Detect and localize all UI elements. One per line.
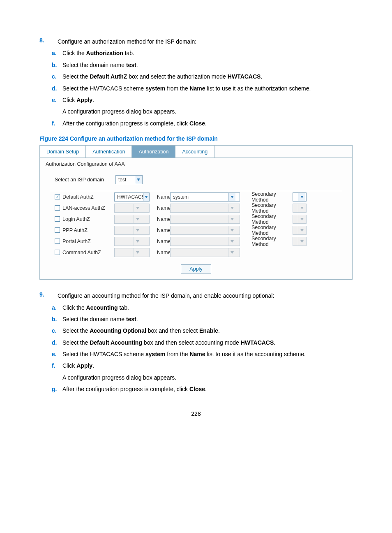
substep-letter: e.	[52, 350, 62, 359]
row-label: PPP AuthZ	[62, 227, 88, 233]
domain-select[interactable]: test	[115, 175, 143, 184]
substep-letter: c.	[52, 326, 62, 335]
substep-text: After the configuration progress is comp…	[62, 385, 351, 394]
step-note: A configuration progress dialog box appe…	[62, 107, 351, 116]
substep-letter: d.	[52, 338, 62, 347]
substep-text: Click Apply.	[62, 95, 351, 104]
name-label: Name	[150, 227, 170, 233]
substep-text: Select the domain name test.	[62, 315, 351, 324]
substep-letter: g.	[52, 385, 62, 394]
chevron-down-icon	[298, 215, 305, 223]
secondary-select	[293, 237, 307, 246]
name-select[interactable]: system	[170, 192, 240, 202]
chevron-down-icon	[135, 176, 142, 184]
chevron-down-icon	[134, 215, 141, 223]
tab-authentication[interactable]: Authentication	[86, 146, 132, 158]
substep-letter: b.	[52, 60, 62, 70]
name-select	[170, 237, 240, 246]
config-row: Default AuthZHWTACACSNamesystemSecondary…	[50, 191, 342, 202]
substep-text: Select the HWTACACS scheme system from t…	[62, 84, 351, 93]
method-select	[114, 204, 150, 213]
config-row: Command AuthZName	[50, 247, 342, 258]
substep-text: Select the domain name test.	[62, 60, 351, 70]
secondary-label: Secondary Method	[240, 213, 293, 225]
substep-letter: e.	[52, 95, 62, 104]
chevron-down-icon	[228, 237, 235, 246]
chevron-down-icon	[134, 237, 141, 246]
name-label: Name	[150, 216, 170, 222]
checkbox[interactable]	[55, 227, 60, 233]
tab-authorization[interactable]: Authorization	[132, 146, 175, 158]
method-value: HWTACACS	[115, 194, 143, 200]
name-select	[170, 248, 240, 257]
config-row: LAN-access AuthZNameSecondary Method	[50, 202, 342, 213]
method-select[interactable]: HWTACACS	[114, 192, 150, 202]
chevron-down-icon	[228, 248, 235, 257]
name-label: Name	[150, 194, 170, 200]
step-note: A configuration progress dialog box appe…	[62, 373, 351, 382]
config-panel: Domain SetupAuthenticationAuthorizationA…	[39, 145, 353, 280]
chevron-down-icon	[298, 193, 305, 201]
substep-letter: a.	[52, 49, 62, 58]
name-select	[170, 204, 240, 213]
chevron-down-icon	[143, 193, 149, 201]
row-label: Command AuthZ	[62, 250, 101, 255]
substep-text: Select the Accounting Optional box and t…	[62, 326, 351, 335]
name-select	[170, 215, 240, 224]
row-label: LAN-access AuthZ	[62, 205, 105, 211]
substep-text: Click the Accounting tab.	[62, 303, 351, 312]
method-select	[114, 226, 150, 235]
chevron-down-icon	[298, 237, 305, 246]
page-number: 228	[39, 410, 353, 417]
chevron-down-icon	[228, 226, 235, 234]
apply-button[interactable]: Apply	[181, 264, 211, 273]
chevron-down-icon	[134, 226, 141, 234]
substep-text: After the configuration progress is comp…	[62, 119, 351, 128]
method-select	[114, 237, 150, 246]
secondary-label: Secondary Method	[240, 225, 293, 236]
substep-text: Select the HWTACACS scheme system from t…	[62, 350, 351, 359]
config-row: PPP AuthZNameSecondary Method	[50, 225, 342, 236]
step-number: 8.	[39, 37, 56, 44]
row-label: Login AuthZ	[62, 216, 90, 222]
chevron-down-icon	[228, 193, 235, 201]
domain-label: Select an ISP domain	[55, 177, 104, 183]
step-number: 9.	[39, 291, 56, 298]
substep-letter: f.	[52, 119, 62, 128]
substep-letter: f.	[52, 361, 62, 370]
checkbox[interactable]	[55, 194, 60, 199]
figure-caption: Figure 224 Configure an authorization me…	[39, 135, 353, 142]
config-row: Portal AuthZNameSecondary Method	[50, 236, 342, 247]
step-text: Configure an accounting method for the I…	[58, 291, 351, 300]
substep-letter: b.	[52, 315, 62, 324]
tab-domain-setup[interactable]: Domain Setup	[40, 146, 86, 158]
secondary-select[interactable]	[293, 192, 307, 202]
checkbox[interactable]	[55, 216, 60, 222]
substep-letter: c.	[52, 72, 62, 81]
secondary-label: Secondary Method	[240, 191, 293, 203]
tab-accounting[interactable]: Accounting	[175, 146, 214, 158]
secondary-select	[293, 226, 307, 235]
name-label: Name	[150, 239, 170, 244]
section-title: Authorization Configuration of AAA	[40, 158, 352, 169]
substep-letter: d.	[52, 84, 62, 93]
substep-text: Select the Default AuthZ box and select …	[62, 72, 351, 81]
secondary-select	[293, 204, 307, 213]
secondary-label: Secondary Method	[240, 236, 293, 247]
substep-text: Select the Default Accounting box and th…	[62, 338, 351, 347]
chevron-down-icon	[228, 204, 235, 212]
name-label: Name	[150, 205, 170, 211]
checkbox[interactable]	[55, 239, 60, 244]
secondary-select	[293, 215, 307, 224]
domain-select-value: test	[116, 177, 135, 183]
substep-letter: a.	[52, 303, 62, 312]
chevron-down-icon	[228, 215, 235, 223]
chevron-down-icon	[134, 248, 141, 257]
method-select	[114, 248, 150, 257]
row-label: Portal AuthZ	[62, 239, 91, 244]
method-select	[114, 215, 150, 224]
chevron-down-icon	[134, 204, 141, 212]
checkbox[interactable]	[55, 205, 60, 211]
checkbox[interactable]	[55, 250, 60, 255]
secondary-label: Secondary Method	[240, 202, 293, 214]
